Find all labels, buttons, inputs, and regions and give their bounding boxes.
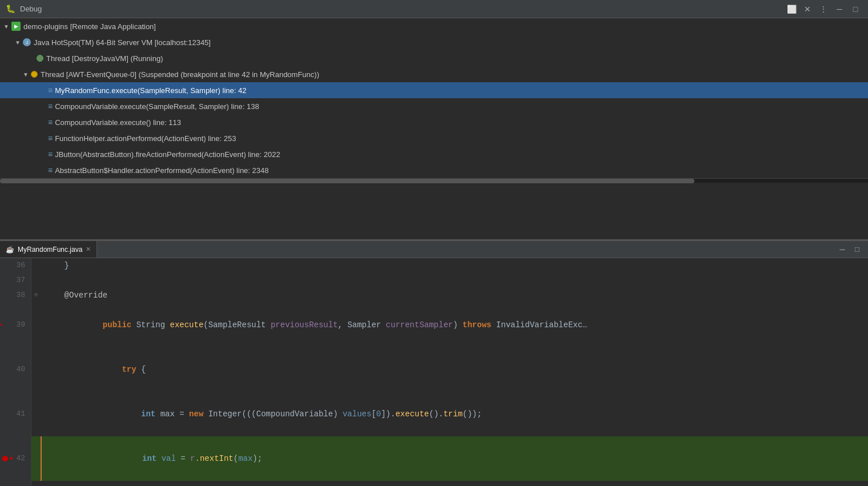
collapse-arrow-root[interactable]: ▼: [3, 23, 11, 30]
debug-icon: 🐛: [6, 4, 15, 14]
fold-38[interactable]: ⊖: [31, 288, 41, 303]
tree-item-frame4[interactable]: ≡ FunctionHelper.actionPerformed(ActionE…: [0, 130, 868, 146]
line-num-36: 36: [0, 258, 31, 273]
code-line-38: 38 ⊖ @Override: [0, 288, 868, 303]
stackframe-icon-2: ≡: [48, 102, 53, 111]
tree-label-frame6: AbstractButton$Handler.actionPerformed(A…: [55, 166, 268, 175]
thread-running-icon: [37, 55, 43, 62]
fold-42: [31, 436, 41, 481]
tree-item-root[interactable]: ▼ ▶ demo-plugins [Remote Java Applicatio…: [0, 18, 868, 34]
app-icon: ▶: [11, 22, 21, 31]
tree-label-thread1: Thread [DestroyJavaVM] (Running): [46, 54, 163, 63]
fold-36: [31, 258, 41, 273]
tree-label-jvm: Java HotSpot(TM) 64-Bit Server VM [local…: [34, 38, 211, 47]
fold-43: [31, 481, 41, 486]
debug-scrollbar-thumb[interactable]: [0, 179, 694, 183]
collapse-arrow-thread2[interactable]: ▼: [23, 71, 31, 78]
line-content-37: [41, 273, 868, 288]
line-content-42: int val = r.nextInt(max);: [41, 436, 868, 481]
code-line-43: 43 return String.valueOf(val);: [0, 481, 868, 486]
tab-bar-controls: ─ □: [836, 241, 868, 258]
stackframe-icon-1: ≡: [48, 86, 53, 95]
tree-item-frame5[interactable]: ≡ JButton(AbstractButton).fireActionPerf…: [0, 146, 868, 162]
code-editor[interactable]: 36 } 37 38 ⊖ @Override 39 public String …: [0, 258, 868, 486]
fold-40: [31, 347, 41, 392]
toolbar-btn-1[interactable]: ⬜: [785, 2, 798, 16]
stackframe-icon-3: ≡: [48, 118, 53, 127]
line-content-40: try {: [41, 347, 868, 392]
tree-label-frame5: JButton(AbstractButton).fireActionPerfor…: [55, 150, 280, 159]
line-num-40: 40: [0, 347, 31, 392]
code-line-41: 41 int max = new Integer(((CompoundVaria…: [0, 392, 868, 436]
tab-label: MyRandomFunc.java: [18, 246, 82, 254]
vm-icon: J: [23, 38, 31, 46]
tab-myrandomfunc[interactable]: ☕ MyRandomFunc.java ✕: [0, 241, 97, 258]
tree-item-thread2[interactable]: ▼ Thread [AWT-EventQueue-0] (Suspended (…: [0, 66, 868, 82]
title-bar: 🐛 Debug ⬜ ✕ ⋮ ─ □: [0, 0, 868, 18]
line-content-39: public String execute(SampleResult previ…: [41, 303, 868, 347]
tree-item-frame2[interactable]: ≡ CompoundVariable.execute(SampleResult,…: [0, 98, 868, 114]
tree-item-frame6[interactable]: ≡ AbstractButton$Handler.actionPerformed…: [0, 162, 868, 178]
line-num-38: 38: [0, 288, 31, 303]
toolbar-btn-2[interactable]: ✕: [801, 2, 814, 16]
stackframe-icon-6: ≡: [48, 166, 53, 175]
tab-close-btn[interactable]: ✕: [86, 246, 91, 253]
line-content-43: return String.valueOf(val);: [41, 481, 868, 486]
line-content-36: }: [41, 258, 868, 273]
toolbar-btn-3[interactable]: ⋮: [817, 2, 830, 16]
tree-item-frame3[interactable]: ≡ CompoundVariable.execute() line: 113: [0, 114, 868, 130]
code-line-37: 37: [0, 273, 868, 288]
debug-arrow-42: ▶: [10, 451, 14, 466]
maximize-btn[interactable]: □: [849, 2, 862, 16]
line-content-38: @Override: [41, 288, 868, 303]
code-line-42: ▶ 42 int val = r.nextInt(max);: [0, 436, 868, 481]
fold-39: [31, 303, 41, 347]
stackframe-icon-4: ≡: [48, 134, 53, 143]
line-num-39: 39: [0, 303, 31, 347]
tree-label-frame2: CompoundVariable.execute(SampleResult, S…: [55, 102, 259, 111]
code-line-39: 39 public String execute(SampleResult pr…: [0, 303, 868, 347]
tree-item-jvm[interactable]: ▼ J Java HotSpot(TM) 64-Bit Server VM [l…: [0, 34, 868, 50]
tree-label-thread2: Thread [AWT-EventQueue-0] (Suspended (br…: [41, 70, 319, 79]
editor-minimize-btn[interactable]: ─: [836, 243, 849, 256]
tree-label-frame3: CompoundVariable.execute() line: 113: [55, 118, 181, 127]
debug-scrollbar[interactable]: [0, 178, 868, 183]
tree-label-root: demo-plugins [Remote Java Application]: [23, 22, 156, 31]
editor-maximize-btn[interactable]: □: [851, 243, 863, 256]
code-line-36: 36 }: [0, 258, 868, 273]
line-num-43: 43: [0, 481, 31, 486]
line-content-41: int max = new Integer(((CompoundVariable…: [41, 392, 868, 436]
collapse-arrow-jvm[interactable]: ▼: [15, 39, 23, 46]
tree-label-frame4: FunctionHelper.actionPerformed(ActionEve…: [55, 134, 236, 143]
line-num-37: 37: [0, 273, 31, 288]
debug-panel: ▼ ▶ demo-plugins [Remote Java Applicatio…: [0, 18, 868, 241]
fold-41: [31, 392, 41, 436]
tree-item-frame1[interactable]: ≡ MyRandomFunc.execute(SampleResult, Sam…: [0, 82, 868, 98]
title-bar-title: Debug: [20, 5, 42, 13]
minimize-btn[interactable]: ─: [833, 2, 846, 16]
line-num-42: ▶ 42: [0, 436, 31, 481]
tree-item-thread1[interactable]: Thread [DestroyJavaVM] (Running): [0, 50, 868, 66]
line-num-41: 41: [0, 392, 31, 436]
editor-panel: ☕ MyRandomFunc.java ✕ ─ □ 36 } 37 38 ⊖ @…: [0, 241, 868, 486]
java-file-icon: ☕: [6, 246, 14, 254]
fold-37: [31, 273, 41, 288]
stackframe-icon-5: ≡: [48, 150, 53, 159]
code-line-40: 40 try {: [0, 347, 868, 392]
thread-suspended-icon: [31, 71, 38, 78]
editor-tab-bar: ☕ MyRandomFunc.java ✕ ─ □: [0, 241, 868, 258]
title-bar-controls: ⬜ ✕ ⋮ ─ □: [785, 2, 862, 16]
tree-label-frame1: MyRandomFunc.execute(SampleResult, Sampl…: [55, 86, 246, 95]
